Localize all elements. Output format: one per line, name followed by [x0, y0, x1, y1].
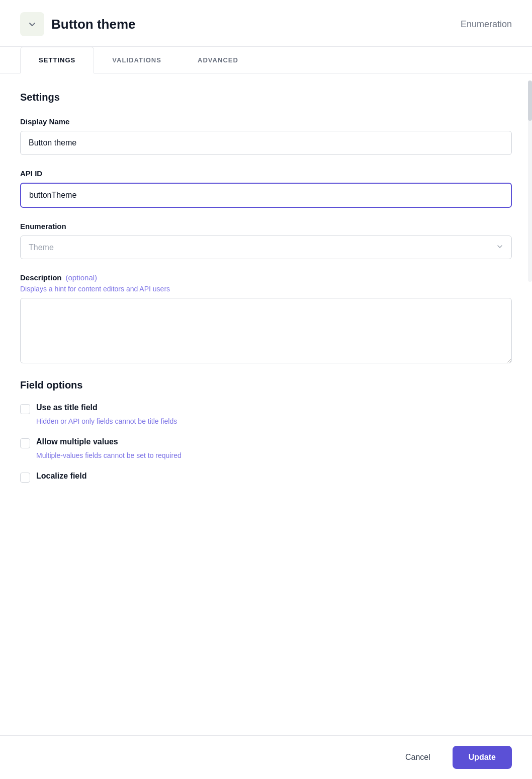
api-id-label: API ID — [20, 169, 512, 178]
localize-group: Localize field — [20, 472, 512, 483]
enumeration-select[interactable]: Theme Theme — [20, 236, 512, 259]
api-id-field: API ID — [20, 169, 512, 208]
settings-section-title: Settings — [20, 92, 512, 103]
settings-content: Settings Display Name API ID Enumeration… — [0, 73, 532, 555]
allow-multiple-row: Allow multiple values — [20, 437, 512, 448]
header-left: Button theme — [20, 12, 136, 36]
page-header: Button theme Enumeration — [0, 0, 532, 47]
field-type-label: Enumeration — [461, 19, 512, 30]
description-label: Description — [20, 273, 62, 282]
display-name-input[interactable] — [20, 131, 512, 155]
tab-advanced[interactable]: ADVANCED — [180, 47, 256, 73]
allow-multiple-checkbox[interactable] — [20, 438, 30, 448]
field-options-title: Field options — [20, 379, 512, 391]
description-field: Description (optional) Displays a hint f… — [20, 273, 512, 365]
enumeration-label: Enumeration — [20, 222, 512, 230]
description-textarea[interactable] — [20, 298, 512, 363]
enumeration-field: Enumeration Theme Theme — [20, 222, 512, 259]
enumeration-select-wrapper: Theme Theme — [20, 236, 512, 259]
scrollbar-thumb[interactable] — [528, 81, 532, 121]
field-type-icon — [20, 12, 44, 36]
cancel-button[interactable]: Cancel — [391, 746, 445, 769]
scrollbar-track[interactable] — [528, 81, 532, 282]
tab-validations[interactable]: VALIDATIONS — [94, 47, 180, 73]
display-name-field: Display Name — [20, 117, 512, 155]
localize-label: Localize field — [36, 472, 86, 481]
use-as-title-row: Use as title field — [20, 403, 512, 414]
display-name-label: Display Name — [20, 117, 512, 126]
use-as-title-checkbox[interactable] — [20, 404, 30, 414]
update-button[interactable]: Update — [453, 746, 512, 769]
api-id-input[interactable] — [20, 183, 512, 208]
description-hint: Displays a hint for content editors and … — [20, 285, 512, 293]
tab-settings[interactable]: SETTINGS — [20, 47, 94, 73]
footer: Cancel Update — [0, 735, 532, 779]
use-as-title-description: Hidden or API only fields cannot be titl… — [36, 417, 512, 425]
allow-multiple-group: Allow multiple values Multiple-values fi… — [20, 437, 512, 459]
localize-checkbox[interactable] — [20, 473, 30, 483]
allow-multiple-label: Allow multiple values — [36, 437, 118, 446]
tabs-container: SETTINGS VALIDATIONS ADVANCED — [0, 47, 532, 73]
optional-label: (optional) — [66, 273, 98, 282]
use-as-title-label: Use as title field — [36, 403, 98, 412]
allow-multiple-description: Multiple-values fields cannot be set to … — [36, 451, 512, 459]
description-label-row: Description (optional) — [20, 273, 512, 282]
use-as-title-group: Use as title field Hidden or API only fi… — [20, 403, 512, 425]
page-title: Button theme — [51, 17, 136, 32]
localize-row: Localize field — [20, 472, 512, 483]
